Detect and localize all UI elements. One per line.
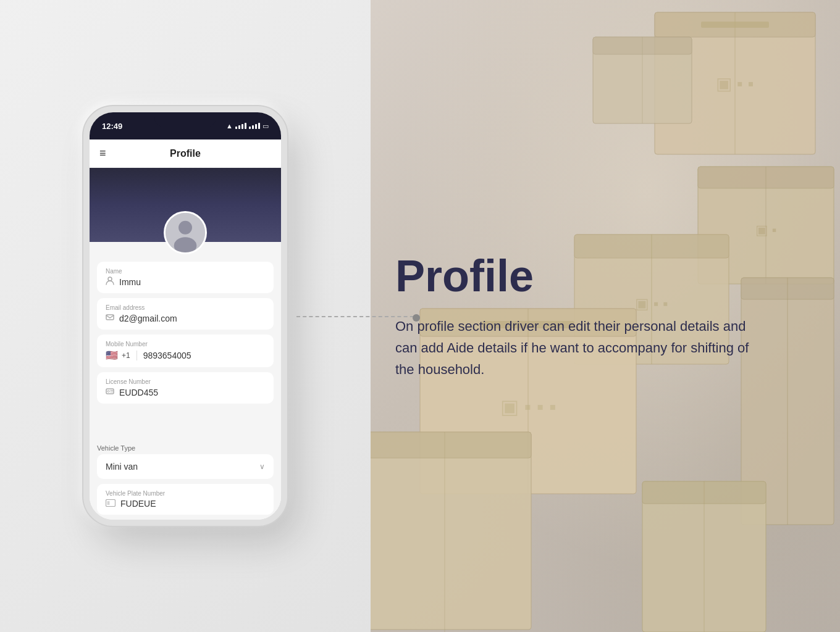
vehicle-type-dropdown[interactable]: Mini van ∨ bbox=[97, 454, 274, 479]
phone-notch bbox=[154, 112, 216, 127]
signal-bars-2 bbox=[249, 123, 260, 129]
signal-bars bbox=[235, 123, 246, 129]
signal-bar-5 bbox=[249, 127, 251, 129]
email-label: Email address bbox=[106, 304, 265, 311]
signal-bar-3 bbox=[242, 124, 243, 129]
license-value: EUDD455 bbox=[119, 388, 158, 397]
battery-icon: ▭ bbox=[262, 122, 269, 130]
connector-dot bbox=[413, 314, 420, 322]
chevron-down-icon: ∨ bbox=[259, 462, 265, 471]
plate-value: FUDEUE bbox=[120, 499, 156, 509]
svg-point-33 bbox=[108, 277, 112, 281]
mobile-divider bbox=[136, 351, 137, 360]
mobile-label: Mobile Number bbox=[106, 341, 265, 347]
vehicle-section: Vehicle Type Mini van ∨ Vehicle Plate Nu… bbox=[90, 444, 281, 520]
signal-bar-6 bbox=[252, 125, 254, 129]
email-icon bbox=[106, 313, 114, 323]
menu-button[interactable]: ≡ bbox=[99, 147, 106, 160]
status-icons: ▲ ▭ bbox=[226, 122, 269, 130]
svg-point-32 bbox=[174, 237, 197, 254]
email-field-card[interactable]: Email address d2@gmail.com bbox=[97, 298, 274, 330]
svg-rect-34 bbox=[106, 315, 114, 320]
profile-hero bbox=[90, 168, 281, 242]
email-row: d2@gmail.com bbox=[106, 313, 265, 323]
page-description: On profile section driver can edit their… bbox=[395, 315, 754, 381]
app-header: ≡ Profile bbox=[90, 139, 281, 168]
text-content: Profile On profile section driver can ed… bbox=[395, 252, 754, 381]
vehicle-type-value: Mini van bbox=[106, 462, 138, 472]
app-header-title: Profile bbox=[170, 148, 201, 159]
vehicle-type-label: Vehicle Type bbox=[97, 444, 274, 452]
phone-frame: 12:49 ▲ ▭ bbox=[83, 106, 287, 526]
license-field-card[interactable]: License Number EUDD455 bbox=[97, 372, 274, 404]
svg-point-36 bbox=[107, 391, 109, 393]
signal-bar-7 bbox=[255, 124, 257, 129]
name-label: Name bbox=[106, 268, 265, 275]
mobile-row: 🇺🇸 +1 9893654005 bbox=[106, 349, 265, 361]
name-value: Immu bbox=[119, 277, 141, 287]
phone-mockup: 12:49 ▲ ▭ bbox=[83, 106, 287, 526]
page-title: Profile bbox=[395, 252, 754, 301]
profile-fields: Name Immu Em bbox=[90, 242, 281, 444]
right-section: Profile On profile section driver can ed… bbox=[358, 0, 840, 632]
signal-bar-8 bbox=[258, 123, 260, 129]
license-label: License Number bbox=[106, 378, 265, 385]
status-bar: 12:49 ▲ ▭ bbox=[90, 112, 281, 139]
mobile-value: 9893654005 bbox=[143, 351, 191, 360]
email-value: d2@gmail.com bbox=[119, 314, 177, 323]
svg-point-31 bbox=[178, 221, 192, 235]
connector-line bbox=[296, 316, 420, 317]
license-row: EUDD455 bbox=[106, 387, 265, 397]
person-icon bbox=[106, 276, 114, 287]
phone-screen: ≡ Profile bbox=[90, 139, 281, 520]
name-field-card[interactable]: Name Immu bbox=[97, 262, 274, 293]
plate-label: Vehicle Plate Number bbox=[106, 490, 265, 497]
mobile-field-card[interactable]: Mobile Number 🇺🇸 +1 9893654005 bbox=[97, 335, 274, 367]
wifi-icon: ▲ bbox=[226, 122, 233, 130]
plate-field-card[interactable]: Vehicle Plate Number FUDEUE bbox=[97, 484, 274, 515]
signal-bar-2 bbox=[238, 125, 240, 129]
flag-icon: 🇺🇸 bbox=[106, 349, 118, 361]
plate-icon bbox=[106, 499, 116, 509]
plate-row: FUDEUE bbox=[106, 499, 265, 509]
signal-bar-1 bbox=[235, 127, 237, 129]
country-code: +1 bbox=[122, 351, 130, 360]
license-icon bbox=[106, 387, 114, 397]
name-row: Immu bbox=[106, 276, 265, 287]
avatar-silhouette bbox=[166, 213, 205, 252]
signal-bar-4 bbox=[245, 123, 246, 129]
avatar[interactable] bbox=[164, 211, 207, 254]
status-time: 12:49 bbox=[102, 122, 122, 131]
